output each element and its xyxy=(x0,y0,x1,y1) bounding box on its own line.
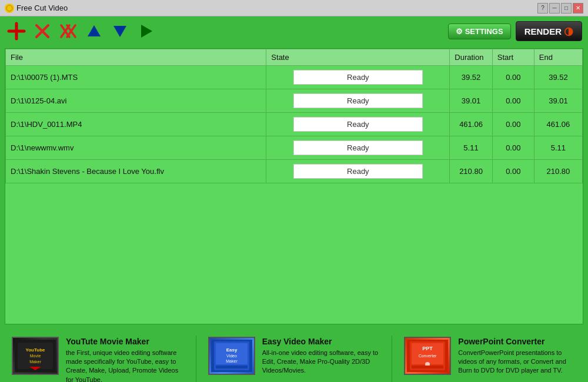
end-cell: 5.11 xyxy=(534,136,582,160)
play-button[interactable] xyxy=(135,21,156,42)
end-cell: 39.01 xyxy=(534,89,582,113)
maximize-button[interactable]: □ xyxy=(561,3,572,14)
move-down-button[interactable] xyxy=(109,21,131,42)
file-cell: D:\1\0125-04.avi xyxy=(6,89,266,113)
svg-point-0 xyxy=(6,5,12,11)
svg-rect-31 xyxy=(412,366,443,368)
easy-video-text: Easy Video Maker All-in-one video editin… xyxy=(262,337,380,382)
add-file-button[interactable] xyxy=(6,21,27,42)
svg-marker-11 xyxy=(141,25,152,38)
easy-video-desc: All-in-one video editing software, easy … xyxy=(262,349,380,382)
state-cell: Ready xyxy=(266,113,450,136)
table-row[interactable]: D:\1\0125-04.avi Ready 39.01 0.00 39.01 xyxy=(6,89,583,113)
duration-cell: 39.52 xyxy=(450,66,492,89)
table-row[interactable]: D:\1\00075 (1).MTS Ready 39.52 0.00 39.5… xyxy=(6,66,583,89)
col-header-duration: Duration xyxy=(450,49,492,66)
col-header-state: State xyxy=(266,49,450,66)
footer-divider-2 xyxy=(392,336,392,382)
render-button[interactable]: RENDER ◑ xyxy=(516,21,582,41)
end-cell: 39.52 xyxy=(534,66,582,89)
start-cell: 0.00 xyxy=(492,136,534,160)
powerpoint-converter-text: PowerPoint Converter ConvertPowerPoint p… xyxy=(458,337,576,382)
powerpoint-converter-desc: ConvertPowerPoint presentations to video… xyxy=(458,349,576,382)
start-cell: 0.00 xyxy=(492,66,534,89)
delete-button[interactable] xyxy=(32,21,53,42)
svg-text:YouTube: YouTube xyxy=(25,347,45,353)
state-cell: Ready xyxy=(266,89,450,113)
state-badge: Ready xyxy=(293,164,423,179)
state-cell: Ready xyxy=(266,160,450,183)
render-label: RENDER xyxy=(524,26,562,36)
youtube-maker-text: YouTute Movie Maker the First, unique vi… xyxy=(66,337,184,382)
move-up-button[interactable] xyxy=(83,21,105,42)
toolbar-right: ⚙ SETTINGS RENDER ◑ xyxy=(448,21,582,41)
col-header-file: File xyxy=(6,49,266,66)
footer-divider-1 xyxy=(196,336,196,382)
footer-item-easyvideo: Easy Video Maker Easy Video Maker All-in… xyxy=(208,337,380,382)
easy-video-thumbnail: Easy Video Maker xyxy=(208,337,255,375)
powerpoint-converter-thumbnail: PPT Converter xyxy=(404,337,451,375)
end-cell: 461.06 xyxy=(534,113,582,136)
svg-text:Maker: Maker xyxy=(29,360,41,364)
file-cell: D:\1\00075 (1).MTS xyxy=(6,66,266,89)
state-cell: Ready xyxy=(266,136,450,160)
col-header-end: End xyxy=(534,49,582,66)
duration-cell: 461.06 xyxy=(450,113,492,136)
toolbar-left xyxy=(6,21,156,42)
svg-marker-10 xyxy=(113,26,126,37)
youtube-maker-desc: the First, unique video editing software… xyxy=(66,349,184,382)
svg-text:Converter: Converter xyxy=(419,354,437,358)
file-cell: D:\1\Shakin Stevens - Because I Love You… xyxy=(6,160,266,183)
app-title: Free Cut Video xyxy=(16,4,68,12)
youtube-maker-title: YouTute Movie Maker xyxy=(66,337,184,346)
state-cell: Ready xyxy=(266,66,450,89)
start-cell: 0.00 xyxy=(492,89,534,113)
easy-video-title: Easy Video Maker xyxy=(262,337,380,346)
file-table: File State Duration Start End D:\1\00075… xyxy=(5,49,583,183)
settings-button[interactable]: ⚙ SETTINGS xyxy=(448,24,511,39)
footer-item-powerpoint: PPT Converter PowerPoint Converter Conve… xyxy=(404,337,576,382)
svg-rect-24 xyxy=(216,366,248,368)
svg-text:Video: Video xyxy=(226,354,237,358)
svg-text:Easy: Easy xyxy=(226,347,237,353)
delete-all-button[interactable] xyxy=(58,21,79,42)
svg-text:Maker: Maker xyxy=(226,359,238,363)
app-icon xyxy=(5,4,14,13)
title-bar-left: Free Cut Video xyxy=(5,4,68,13)
end-cell: 210.80 xyxy=(534,160,582,183)
svg-marker-9 xyxy=(88,25,101,36)
title-bar-controls[interactable]: ? ─ □ ✕ xyxy=(537,3,583,14)
file-cell: D:\1\HDV_0011.MP4 xyxy=(6,113,266,136)
state-badge: Ready xyxy=(293,117,423,132)
table-header-row: File State Duration Start End xyxy=(6,49,583,66)
footer-item-youtube: YouTube Movie Maker YouTute Movie Maker … xyxy=(12,337,184,382)
powerpoint-converter-title: PowerPoint Converter xyxy=(458,337,576,346)
start-cell: 0.00 xyxy=(492,160,534,183)
col-header-start: Start xyxy=(492,49,534,66)
youtube-maker-thumbnail: YouTube Movie Maker xyxy=(12,337,59,375)
duration-cell: 39.01 xyxy=(450,89,492,113)
state-badge: Ready xyxy=(293,93,423,108)
svg-text:Movie: Movie xyxy=(30,354,41,358)
table-row[interactable]: D:\1\HDV_0011.MP4 Ready 461.06 0.00 461.… xyxy=(6,113,583,136)
duration-cell: 5.11 xyxy=(450,136,492,160)
file-cell: D:\1\newwmv.wmv xyxy=(6,136,266,160)
render-icon: ◑ xyxy=(564,25,573,38)
settings-label: SETTINGS xyxy=(465,27,503,36)
state-badge: Ready xyxy=(293,140,423,155)
main-area: File State Duration Start End D:\1\00075… xyxy=(5,48,583,324)
help-button[interactable]: ? xyxy=(537,3,548,14)
gear-icon: ⚙ xyxy=(456,27,463,36)
toolbar: ⚙ SETTINGS RENDER ◑ xyxy=(0,16,588,46)
close-button[interactable]: ✕ xyxy=(573,3,583,14)
svg-text:PPT: PPT xyxy=(423,346,433,351)
footer: YouTube Movie Maker YouTute Movie Maker … xyxy=(0,327,588,382)
table-row[interactable]: D:\1\newwmv.wmv Ready 5.11 0.00 5.11 xyxy=(6,136,583,160)
state-badge: Ready xyxy=(293,70,423,85)
title-bar: Free Cut Video ? ─ □ ✕ xyxy=(0,0,588,16)
minimize-button[interactable]: ─ xyxy=(549,3,560,14)
start-cell: 0.00 xyxy=(492,113,534,136)
table-row[interactable]: D:\1\Shakin Stevens - Because I Love You… xyxy=(6,160,583,183)
duration-cell: 210.80 xyxy=(450,160,492,183)
